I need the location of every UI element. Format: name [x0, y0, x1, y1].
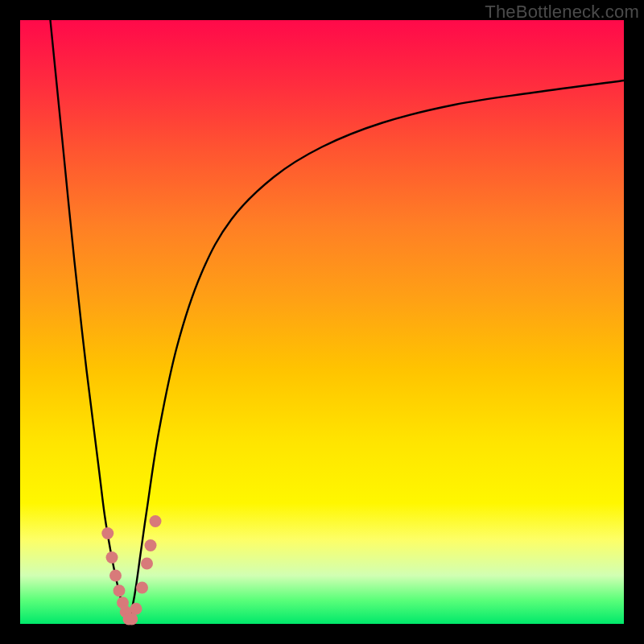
chart-frame: TheBottleneck.com — [0, 0, 644, 644]
chart-svg — [20, 20, 624, 624]
marker-dot — [145, 539, 157, 551]
marker-dot — [136, 582, 148, 594]
marker-dot — [130, 603, 142, 615]
curve-right-branch — [129, 80, 624, 624]
marker-dot — [106, 551, 118, 564]
watermark-text: TheBottleneck.com — [485, 2, 639, 23]
plot-area — [20, 20, 624, 624]
marker-dot — [109, 570, 122, 582]
marker-dot — [101, 527, 114, 539]
marker-dot — [141, 558, 153, 570]
highlight-markers — [101, 515, 161, 625]
marker-dot — [114, 584, 126, 597]
curve-left-branch — [51, 20, 130, 624]
marker-dot — [150, 515, 162, 527]
